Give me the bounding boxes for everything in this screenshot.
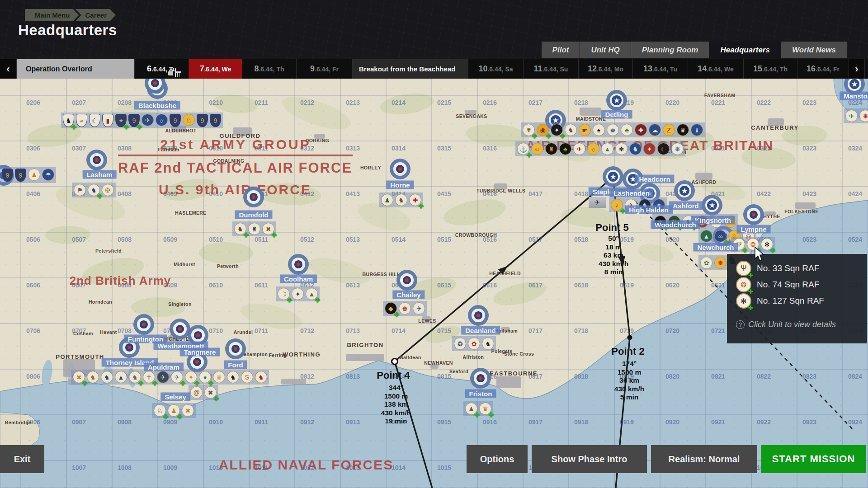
squadron-emblem-icon[interactable]: ❋ xyxy=(671,143,684,155)
squadron-emblem-icon[interactable]: 9 xyxy=(15,169,26,182)
squadron-emblem-icon[interactable]: ✖✚ xyxy=(204,386,217,399)
squadron-emblem-icon[interactable]: 9 xyxy=(170,114,181,127)
squadron-emblem-icon[interactable]: 9 xyxy=(210,114,221,127)
squadron-emblem-icon[interactable]: ☼ xyxy=(587,143,599,155)
squadron-emblem-icon[interactable]: ☂ xyxy=(42,169,54,181)
timeline-prev-button[interactable]: ‹ xyxy=(0,59,17,79)
squadron-emblem-icon[interactable]: ☾ xyxy=(89,114,100,127)
show-phase-intro-button[interactable]: Show Phase Intro xyxy=(532,445,647,473)
airfield-label-headcorn[interactable]: Headcorn xyxy=(635,175,674,183)
squadron-emblem-icon[interactable]: ✦✚ xyxy=(551,124,563,136)
squadron-emblem-icon[interactable]: ✖✚ xyxy=(262,223,274,235)
squadron-emblem-icon[interactable]: ✈ xyxy=(845,110,858,122)
squadron-emblem-icon[interactable]: ♞ xyxy=(629,143,642,155)
timeline-day-13.6.44[interactable]: 13.6.44, Tu xyxy=(633,59,688,79)
squadron-emblem-icon[interactable]: ♘ xyxy=(183,114,195,126)
airfield-label-selsey[interactable]: Selsey xyxy=(160,393,190,401)
tooltip-unit-row[interactable]: Ψ✚No. 33 Sqn RAF xyxy=(736,260,867,277)
airfield-label-detling[interactable]: Detling xyxy=(601,110,632,119)
squadron-emblem-icon[interactable]: ❋ xyxy=(859,110,868,122)
raf-roundel-icon[interactable] xyxy=(86,150,107,170)
squadron-emblem-icon[interactable]: ≈ xyxy=(76,114,87,127)
squadron-emblem-icon[interactable]: ♟✚ xyxy=(168,404,180,417)
squadron-emblem-icon[interactable]: @ xyxy=(190,386,203,399)
exit-button[interactable]: Exit xyxy=(0,445,44,473)
timeline-day-10.6.44[interactable]: 10.6.44, Sa xyxy=(468,59,524,79)
squadron-emblem-icon[interactable]: ✚ xyxy=(635,124,647,136)
tooltip-unit-row[interactable]: ❂✚No. 74 Sqn RAF xyxy=(736,277,867,293)
timeline-day-12.6.44[interactable]: 12.6.44, Mo xyxy=(579,59,633,79)
tab-unit-hq[interactable]: Unit HQ xyxy=(580,42,630,58)
squadron-emblem-icon[interactable]: ✦✚ xyxy=(115,114,127,127)
squadron-emblem-icon[interactable]: ✚✚ xyxy=(409,194,421,206)
squadron-emblem-icon[interactable]: ✟✚ xyxy=(523,124,535,136)
raf-roundel-icon[interactable] xyxy=(170,319,190,339)
squadron-emblem-icon[interactable]: ∞✚ xyxy=(714,230,726,242)
squadron-emblem-icon[interactable]: ♝ xyxy=(691,124,703,136)
raf-roundel-icon[interactable] xyxy=(470,368,491,389)
tooltip-unit-row[interactable]: ✻✚No. 127 Sqn RAF xyxy=(736,293,867,309)
timeline-day-9.6.44[interactable]: 9.6.44, Fr xyxy=(297,59,353,79)
squadron-emblem-icon[interactable]: ✈ xyxy=(157,371,169,383)
squadron-emblem-icon[interactable]: ✝✚ xyxy=(143,371,155,383)
squadron-emblem-icon[interactable]: ♟ xyxy=(381,194,393,206)
timeline-next-button[interactable]: › xyxy=(849,59,865,79)
squadron-emblem-icon[interactable]: ▮ xyxy=(102,114,113,127)
realism-normal-button[interactable]: Realism: Normal xyxy=(651,445,757,473)
squadron-emblem-icon[interactable]: 9 xyxy=(2,169,13,182)
squadron-emblem-icon[interactable]: ♜ xyxy=(248,223,260,235)
squadron-emblem-icon[interactable]: ✈✚ xyxy=(171,371,183,383)
raf-roundel-icon[interactable] xyxy=(743,204,764,225)
squadron-emblem-icon[interactable]: ▲ xyxy=(601,143,613,155)
squadron-emblem-icon[interactable]: ♚ xyxy=(399,302,411,314)
squadron-emblem-icon[interactable]: ♞ xyxy=(395,194,407,206)
squadron-emblem-icon[interactable]: ☾ xyxy=(657,143,670,155)
squadron-emblem-icon[interactable]: ⚓✚ xyxy=(517,143,529,155)
squadron-emblem-icon[interactable]: 9✚ xyxy=(128,114,140,127)
squadron-emblem-icon[interactable]: ⚑ xyxy=(74,184,86,196)
squadron-emblem-icon[interactable]: ✿ xyxy=(468,338,480,350)
tab-world-news[interactable]: World News xyxy=(781,42,847,58)
aircraft-photo-icon[interactable]: ✈ xyxy=(589,197,606,208)
squadron-emblem-icon[interactable]: ♜ xyxy=(545,143,557,155)
timeline-phase-breakout-from-the-beachh[interactable]: Breakout from the Beachhead xyxy=(353,59,468,79)
raf-roundel-icon[interactable] xyxy=(390,159,410,179)
airfield-label-lympne[interactable]: Lympne xyxy=(737,225,771,234)
airfield-label-chailey[interactable]: Chailey xyxy=(392,291,425,299)
squadron-emblem-icon[interactable]: ✖✚ xyxy=(73,371,85,383)
squadron-emblem-icon[interactable]: ▲ xyxy=(700,230,712,242)
squadron-emblem-icon[interactable]: ❂ xyxy=(454,338,466,350)
airfield-label-tangmere[interactable]: Tangmere xyxy=(180,348,220,357)
squadron-emblem-icon[interactable]: ✠ xyxy=(102,184,114,196)
usaaf-star-icon[interactable]: ★ xyxy=(674,180,695,201)
options-button[interactable]: Options xyxy=(467,445,528,473)
raf-roundel-icon[interactable] xyxy=(396,270,417,291)
squadron-emblem-icon[interactable]: ◉✚ xyxy=(537,124,549,136)
timeline-day-7.6.44[interactable]: 7.6.44, We xyxy=(189,59,242,79)
airfield-label-horne[interactable]: Horne xyxy=(386,181,414,189)
timeline-day-16.6.44[interactable]: 16.6.44, Fr xyxy=(797,59,849,79)
squadron-emblem-icon[interactable]: ♞✚ xyxy=(63,114,74,127)
squadron-emblem-icon[interactable]: ♣ xyxy=(559,143,571,155)
tab-pilot[interactable]: Pilot xyxy=(542,42,580,58)
squadron-emblem-icon[interactable]: ♣ xyxy=(621,124,633,136)
squadron-emblem-icon[interactable]: ▲ xyxy=(115,371,127,383)
squadron-emblem-icon[interactable]: ✈ xyxy=(142,114,154,126)
squadron-emblem-icon[interactable]: ☛ xyxy=(579,124,591,136)
start-mission-button[interactable]: START MISSION xyxy=(761,445,866,473)
airfield-label-friston[interactable]: Friston xyxy=(465,389,496,398)
squadron-emblem-icon[interactable]: ♞✚ xyxy=(234,223,246,235)
squadron-emblem-icon[interactable]: ♞✚ xyxy=(88,184,100,196)
airfield-label-dunsfold[interactable]: Dunsfold xyxy=(235,211,273,219)
airfield-label-lashenden[interactable]: Lashenden xyxy=(609,189,653,197)
airfield-label-deanland[interactable]: Deanland xyxy=(461,326,500,335)
raf-roundel-icon[interactable] xyxy=(243,187,264,207)
airfield-label-newchurch[interactable]: Newchurch xyxy=(693,243,738,252)
airfield-label-high-halden[interactable]: High Halden xyxy=(625,206,673,214)
timeline-day-14.6.44[interactable]: 14.6.44, We xyxy=(688,59,744,79)
squadron-emblem-icon[interactable]: ♞✚ xyxy=(129,371,141,383)
squadron-emblem-icon[interactable]: ✻ xyxy=(615,143,627,155)
timeline-day-6.6.44[interactable]: 6.6.44, Tu xyxy=(135,59,189,79)
airfield-label-ashford[interactable]: Ashford xyxy=(669,202,703,210)
squadron-emblem-icon[interactable]: ♛ xyxy=(677,124,689,136)
